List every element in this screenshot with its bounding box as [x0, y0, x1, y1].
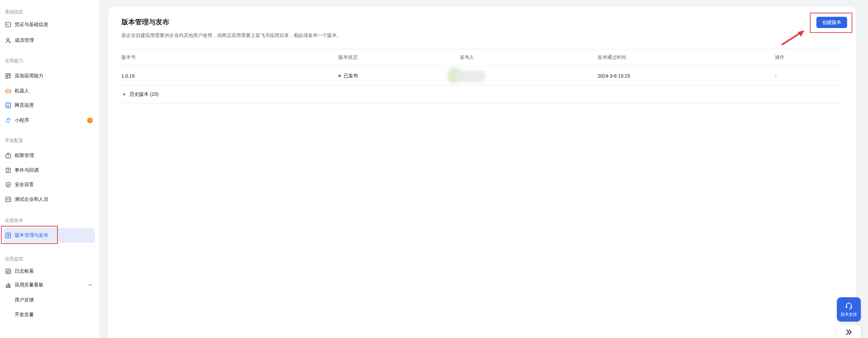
section-label-dev-config: 开发配置	[5, 138, 94, 144]
chevron-up-icon	[88, 283, 93, 287]
page-title: 版本管理与发布	[121, 17, 169, 27]
sidebar-item-label: 应用质量看板	[15, 282, 43, 288]
sidebar-item-label: 网页应用	[15, 102, 34, 108]
sidebar-item-mini-program[interactable]: 小程序 !	[3, 113, 95, 128]
sidebar-item-label: 用户反馈	[15, 297, 34, 303]
section-label-app-release: 应用发布	[5, 218, 94, 224]
headset-icon	[844, 301, 853, 310]
tech-support-label: 技术支持	[841, 312, 857, 317]
sidebar-item-test-org[interactable]: 测试企业和人员	[3, 192, 95, 207]
main-content-card: 版本管理与发布 若企业自建应用需要供企业内其他用户使用，或商店应用需要上架飞书应…	[108, 7, 856, 338]
cell-action: -	[775, 73, 843, 79]
version-release-icon	[5, 232, 12, 239]
mini-program-icon	[5, 117, 12, 124]
status-dot	[338, 75, 341, 77]
col-header-publisher: 发布人	[460, 54, 598, 61]
sidebar-item-label: 添加应用能力	[15, 73, 43, 79]
redacted-name	[456, 70, 486, 82]
robot-icon	[5, 88, 12, 94]
member-add-icon	[5, 37, 12, 44]
caret-right-icon	[122, 92, 127, 97]
section-label-basic-info: 基础信息	[5, 9, 94, 15]
sidebar-divider	[5, 247, 94, 247]
security-shield-icon	[5, 181, 12, 188]
cell-publisher	[460, 66, 598, 86]
col-header-action: 操作	[775, 54, 843, 61]
cell-version: 1.0.15	[121, 73, 338, 79]
annotation-arrow	[778, 27, 809, 49]
sidebar-item-security-settings[interactable]: 安全设置	[3, 177, 95, 192]
sidebar-item-label: 日志检索	[15, 268, 34, 274]
status-badge: 已发布	[344, 73, 358, 79]
cell-time: 2024-3-6 15:25	[598, 73, 775, 79]
sidebar-item-label: 安全设置	[15, 182, 34, 188]
sidebar-item-events-callbacks[interactable]: 事件与回调	[3, 163, 95, 178]
cell-status: 已发布	[338, 73, 460, 79]
table-row: 1.0.15 已发布 2024-3-6 15:25 -	[121, 66, 843, 86]
sidebar-item-label: 事件与回调	[15, 167, 39, 173]
sidebar-item-bot[interactable]: 机器人	[3, 83, 95, 99]
sidebar-item-label: 测试企业和人员	[15, 196, 48, 203]
publisher-redacted-blur	[447, 68, 487, 84]
sidebar-item-label: 小程序	[15, 117, 29, 124]
event-callback-icon	[5, 167, 12, 174]
table-header-row: 版本号 版本状态 发布人 发布通过时间 操作	[121, 49, 843, 66]
sidebar-item-members[interactable]: 成员管理	[3, 33, 95, 48]
col-header-status: 版本状态	[338, 54, 460, 61]
col-header-time: 发布通过时间	[598, 54, 775, 61]
add-capability-icon	[5, 73, 12, 79]
sidebar-item-label: 机器人	[15, 88, 29, 94]
col-header-version: 版本号	[121, 54, 338, 61]
section-label-monitoring: 运营监控	[5, 256, 94, 262]
alert-badge: !	[87, 118, 93, 123]
sidebar-item-label: 成员管理	[15, 37, 34, 43]
sidebar-item-label: 版本管理与发布	[15, 232, 48, 238]
versions-table: 版本号 版本状态 发布人 发布通过时间 操作 1.0.15 已发布	[121, 49, 843, 103]
section-label-capabilities: 应用能力	[5, 58, 94, 64]
sidebar-item-version-release[interactable]: 版本管理与发布	[3, 228, 95, 243]
sidebar-item-label: 凭证与基础信息	[15, 22, 48, 28]
history-versions-toggle[interactable]: 历史版本 (15)	[121, 86, 843, 103]
log-search-icon	[5, 268, 12, 275]
collapse-panel-button[interactable]	[837, 325, 861, 338]
tech-support-button[interactable]: 技术支持	[837, 297, 861, 322]
sidebar-item-label: 权限管理	[15, 153, 34, 159]
test-code-icon	[5, 196, 12, 203]
sidebar-item-permissions[interactable]: 权限管理	[3, 148, 95, 163]
sidebar-divider	[5, 50, 94, 50]
page: 基础信息 凭证与基础信息 成员管理 应用能力 添加应用能力 机器人	[0, 0, 868, 338]
sidebar-item-add-capability[interactable]: 添加应用能力	[3, 68, 95, 83]
history-versions-label: 历史版本 (15)	[130, 91, 159, 98]
sidebar-subitem-dev-quality[interactable]: 开发质量	[3, 307, 95, 322]
sidebar-divider	[5, 131, 94, 131]
web-app-icon: e	[5, 102, 12, 109]
quality-dashboard-icon	[5, 282, 12, 288]
double-chevron-right-icon	[845, 328, 853, 336]
page-subtitle: 若企业自建应用需要供企业内其他用户使用，或商店应用需要上架飞书应用目录，都必须发…	[121, 31, 342, 39]
svg-text:e: e	[7, 103, 9, 107]
sidebar-divider	[5, 210, 94, 210]
create-version-button[interactable]: 创建版本	[816, 17, 847, 28]
sidebar-item-web-app[interactable]: e 网页应用	[3, 98, 95, 113]
sidebar-item-label: 开发质量	[15, 312, 34, 318]
permission-icon	[5, 152, 12, 159]
id-card-icon	[5, 21, 12, 28]
sidebar: 基础信息 凭证与基础信息 成员管理 应用能力 添加应用能力 机器人	[0, 0, 99, 338]
sidebar-item-quality-dashboard[interactable]: 应用质量看板	[3, 277, 95, 292]
sidebar-item-log-search[interactable]: 日志检索	[3, 264, 95, 279]
sidebar-subitem-user-feedback[interactable]: 用户反馈	[3, 292, 95, 308]
sidebar-item-credentials[interactable]: 凭证与基础信息	[3, 17, 95, 32]
